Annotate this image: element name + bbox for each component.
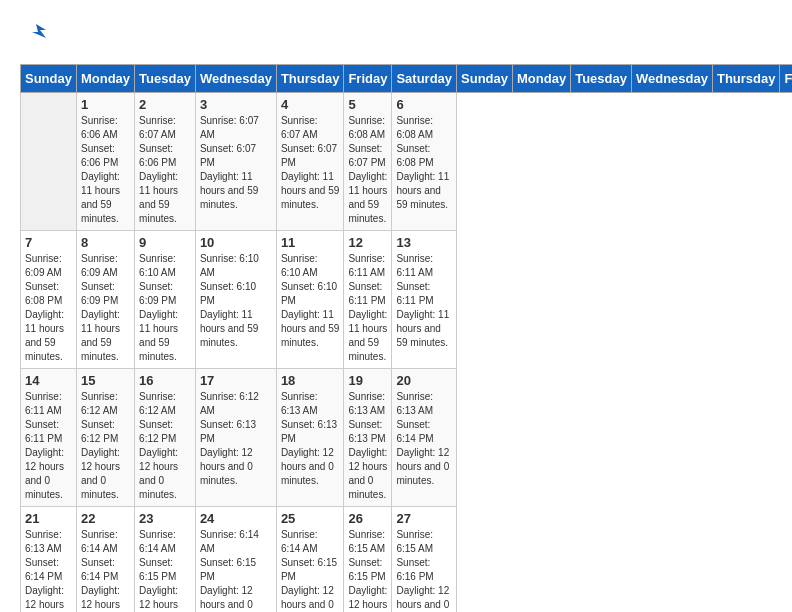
day-number: 18: [281, 373, 340, 388]
day-number: 25: [281, 511, 340, 526]
day-info: Sunrise: 6:15 AMSunset: 6:15 PMDaylight:…: [348, 528, 387, 612]
day-info: Sunrise: 6:14 AMSunset: 6:15 PMDaylight:…: [200, 528, 272, 612]
calendar-cell: 26Sunrise: 6:15 AMSunset: 6:15 PMDayligh…: [344, 507, 392, 613]
logo: [20, 20, 50, 54]
logo-text: [20, 20, 50, 54]
calendar-cell: 16Sunrise: 6:12 AMSunset: 6:12 PMDayligh…: [135, 369, 196, 507]
calendar-cell: 8Sunrise: 6:09 AMSunset: 6:09 PMDaylight…: [76, 231, 134, 369]
day-number: 13: [396, 235, 452, 250]
day-number: 6: [396, 97, 452, 112]
day-info: Sunrise: 6:09 AMSunset: 6:08 PMDaylight:…: [25, 252, 72, 364]
day-number: 19: [348, 373, 387, 388]
day-info: Sunrise: 6:11 AMSunset: 6:11 PMDaylight:…: [396, 252, 452, 350]
calendar-cell: [21, 93, 77, 231]
calendar-cell: 15Sunrise: 6:12 AMSunset: 6:12 PMDayligh…: [76, 369, 134, 507]
calendar-cell: 3Sunrise: 6:07 AMSunset: 6:07 PMDaylight…: [195, 93, 276, 231]
calendar-cell: 22Sunrise: 6:14 AMSunset: 6:14 PMDayligh…: [76, 507, 134, 613]
calendar-cell: 14Sunrise: 6:11 AMSunset: 6:11 PMDayligh…: [21, 369, 77, 507]
calendar-cell: 12Sunrise: 6:11 AMSunset: 6:11 PMDayligh…: [344, 231, 392, 369]
day-number: 22: [81, 511, 130, 526]
weekday-header-wednesday: Wednesday: [631, 65, 712, 93]
day-number: 21: [25, 511, 72, 526]
calendar-cell: 13Sunrise: 6:11 AMSunset: 6:11 PMDayligh…: [392, 231, 457, 369]
day-number: 2: [139, 97, 191, 112]
weekday-header-monday: Monday: [76, 65, 134, 93]
day-number: 17: [200, 373, 272, 388]
weekday-header-wednesday: Wednesday: [195, 65, 276, 93]
weekday-header-sunday: Sunday: [457, 65, 513, 93]
svg-marker-0: [32, 24, 46, 38]
day-number: 11: [281, 235, 340, 250]
calendar-cell: 11Sunrise: 6:10 AMSunset: 6:10 PMDayligh…: [276, 231, 344, 369]
day-info: Sunrise: 6:11 AMSunset: 6:11 PMDaylight:…: [348, 252, 387, 364]
day-info: Sunrise: 6:06 AMSunset: 6:06 PMDaylight:…: [81, 114, 130, 226]
day-number: 3: [200, 97, 272, 112]
weekday-header-friday: Friday: [780, 65, 792, 93]
calendar-week-2: 7Sunrise: 6:09 AMSunset: 6:08 PMDaylight…: [21, 231, 793, 369]
day-info: Sunrise: 6:14 AMSunset: 6:15 PMDaylight:…: [281, 528, 340, 612]
day-info: Sunrise: 6:10 AMSunset: 6:10 PMDaylight:…: [200, 252, 272, 350]
calendar-cell: 17Sunrise: 6:12 AMSunset: 6:13 PMDayligh…: [195, 369, 276, 507]
day-info: Sunrise: 6:10 AMSunset: 6:10 PMDaylight:…: [281, 252, 340, 350]
day-info: Sunrise: 6:14 AMSunset: 6:15 PMDaylight:…: [139, 528, 191, 612]
weekday-header-tuesday: Tuesday: [571, 65, 632, 93]
weekday-header-thursday: Thursday: [712, 65, 780, 93]
day-number: 8: [81, 235, 130, 250]
calendar-cell: 18Sunrise: 6:13 AMSunset: 6:13 PMDayligh…: [276, 369, 344, 507]
calendar-cell: 19Sunrise: 6:13 AMSunset: 6:13 PMDayligh…: [344, 369, 392, 507]
day-info: Sunrise: 6:12 AMSunset: 6:12 PMDaylight:…: [139, 390, 191, 502]
day-number: 5: [348, 97, 387, 112]
weekday-header-tuesday: Tuesday: [135, 65, 196, 93]
calendar-cell: 24Sunrise: 6:14 AMSunset: 6:15 PMDayligh…: [195, 507, 276, 613]
calendar-week-1: 1Sunrise: 6:06 AMSunset: 6:06 PMDaylight…: [21, 93, 793, 231]
day-info: Sunrise: 6:13 AMSunset: 6:14 PMDaylight:…: [396, 390, 452, 488]
calendar-cell: 27Sunrise: 6:15 AMSunset: 6:16 PMDayligh…: [392, 507, 457, 613]
weekday-header-friday: Friday: [344, 65, 392, 93]
day-number: 16: [139, 373, 191, 388]
calendar-cell: 6Sunrise: 6:08 AMSunset: 6:08 PMDaylight…: [392, 93, 457, 231]
day-info: Sunrise: 6:07 AMSunset: 6:07 PMDaylight:…: [200, 114, 272, 212]
day-info: Sunrise: 6:12 AMSunset: 6:12 PMDaylight:…: [81, 390, 130, 502]
day-info: Sunrise: 6:07 AMSunset: 6:06 PMDaylight:…: [139, 114, 191, 226]
day-info: Sunrise: 6:13 AMSunset: 6:14 PMDaylight:…: [25, 528, 72, 612]
calendar-cell: 1Sunrise: 6:06 AMSunset: 6:06 PMDaylight…: [76, 93, 134, 231]
calendar-cell: 21Sunrise: 6:13 AMSunset: 6:14 PMDayligh…: [21, 507, 77, 613]
calendar-cell: 10Sunrise: 6:10 AMSunset: 6:10 PMDayligh…: [195, 231, 276, 369]
calendar-week-4: 21Sunrise: 6:13 AMSunset: 6:14 PMDayligh…: [21, 507, 793, 613]
day-number: 27: [396, 511, 452, 526]
page-header: [20, 20, 772, 54]
calendar-week-3: 14Sunrise: 6:11 AMSunset: 6:11 PMDayligh…: [21, 369, 793, 507]
day-info: Sunrise: 6:09 AMSunset: 6:09 PMDaylight:…: [81, 252, 130, 364]
calendar-cell: 25Sunrise: 6:14 AMSunset: 6:15 PMDayligh…: [276, 507, 344, 613]
day-number: 15: [81, 373, 130, 388]
calendar-cell: 9Sunrise: 6:10 AMSunset: 6:09 PMDaylight…: [135, 231, 196, 369]
weekday-header-saturday: Saturday: [392, 65, 457, 93]
day-info: Sunrise: 6:08 AMSunset: 6:08 PMDaylight:…: [396, 114, 452, 212]
day-info: Sunrise: 6:13 AMSunset: 6:13 PMDaylight:…: [348, 390, 387, 502]
day-number: 1: [81, 97, 130, 112]
day-number: 23: [139, 511, 191, 526]
calendar-cell: 2Sunrise: 6:07 AMSunset: 6:06 PMDaylight…: [135, 93, 196, 231]
calendar-cell: 23Sunrise: 6:14 AMSunset: 6:15 PMDayligh…: [135, 507, 196, 613]
day-info: Sunrise: 6:13 AMSunset: 6:13 PMDaylight:…: [281, 390, 340, 488]
day-info: Sunrise: 6:11 AMSunset: 6:11 PMDaylight:…: [25, 390, 72, 502]
day-number: 26: [348, 511, 387, 526]
weekday-header-thursday: Thursday: [276, 65, 344, 93]
day-number: 20: [396, 373, 452, 388]
day-info: Sunrise: 6:15 AMSunset: 6:16 PMDaylight:…: [396, 528, 452, 612]
day-number: 7: [25, 235, 72, 250]
day-info: Sunrise: 6:10 AMSunset: 6:09 PMDaylight:…: [139, 252, 191, 364]
day-info: Sunrise: 6:14 AMSunset: 6:14 PMDaylight:…: [81, 528, 130, 612]
calendar-cell: 20Sunrise: 6:13 AMSunset: 6:14 PMDayligh…: [392, 369, 457, 507]
calendar-table: SundayMondayTuesdayWednesdayThursdayFrid…: [20, 64, 792, 612]
day-info: Sunrise: 6:12 AMSunset: 6:13 PMDaylight:…: [200, 390, 272, 488]
day-number: 10: [200, 235, 272, 250]
calendar-cell: 7Sunrise: 6:09 AMSunset: 6:08 PMDaylight…: [21, 231, 77, 369]
day-number: 9: [139, 235, 191, 250]
day-number: 4: [281, 97, 340, 112]
weekday-header-sunday: Sunday: [21, 65, 77, 93]
day-info: Sunrise: 6:07 AMSunset: 6:07 PMDaylight:…: [281, 114, 340, 212]
day-number: 14: [25, 373, 72, 388]
weekday-header-monday: Monday: [513, 65, 571, 93]
calendar-cell: 5Sunrise: 6:08 AMSunset: 6:07 PMDaylight…: [344, 93, 392, 231]
